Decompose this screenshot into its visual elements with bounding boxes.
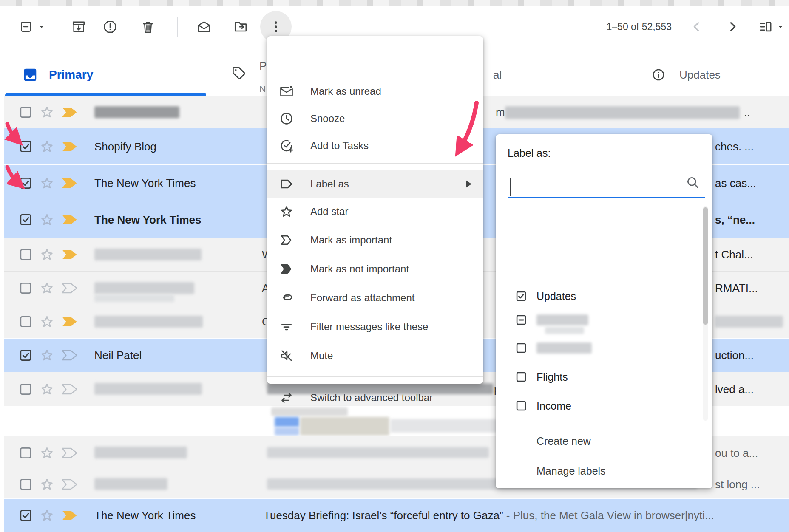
delete-icon[interactable] — [140, 19, 156, 35]
menu-item-mark-as-important[interactable]: Mark as important — [267, 226, 483, 254]
menu-item-filter-messages-like-these[interactable]: Filter messages like these — [267, 313, 483, 340]
create-new-label-button[interactable]: Create new — [536, 435, 591, 447]
row-checkbox-checked[interactable] — [19, 139, 33, 153]
star-icon[interactable] — [39, 105, 55, 120]
menu-item-mute[interactable]: Mute — [267, 342, 483, 369]
menu-item-mark-as-not-important[interactable]: Mark as not important — [267, 255, 483, 283]
page-decoration — [0, 0, 789, 6]
mark-read-icon[interactable] — [196, 19, 212, 35]
tab-promotions-partial[interactable]: P — [259, 59, 267, 73]
row-checkbox[interactable] — [19, 477, 33, 491]
label-search-input[interactable] — [508, 175, 678, 195]
more-vert-icon[interactable] — [268, 19, 284, 35]
star-icon[interactable] — [39, 445, 55, 461]
star-icon[interactable] — [39, 280, 55, 296]
not-important-marker-icon[interactable] — [61, 349, 78, 361]
select-checkbox-icon[interactable] — [18, 19, 34, 35]
row-checkbox[interactable] — [19, 446, 33, 460]
tab-primary[interactable]: Primary — [49, 68, 93, 82]
star-icon — [279, 204, 294, 219]
menu-item-mark-as-unread[interactable]: Mark as unread — [267, 78, 483, 105]
important-icon — [279, 232, 294, 248]
star-icon[interactable] — [39, 212, 55, 227]
row-checkbox-checked[interactable] — [19, 212, 33, 226]
email-row[interactable]: The New York TimesTuesday Briefing: Isra… — [4, 498, 789, 532]
not-important-marker-icon[interactable] — [61, 282, 78, 294]
label-option[interactable] — [496, 308, 700, 332]
manage-labels-button[interactable]: Manage labels — [536, 465, 606, 477]
row-checkbox-checked[interactable] — [19, 176, 33, 190]
redacted-content — [300, 417, 389, 436]
star-icon[interactable] — [39, 175, 55, 191]
importance-marker-icon[interactable] — [61, 316, 78, 328]
importance-marker-icon[interactable] — [61, 509, 78, 521]
tab-updates[interactable]: Updates — [679, 68, 721, 82]
label-option[interactable] — [496, 336, 700, 360]
search-underline — [508, 197, 705, 198]
label-option-flights[interactable]: Flights — [496, 365, 700, 389]
star-icon[interactable] — [39, 381, 55, 397]
menu-item-switch-to-advanced-toolbar[interactable]: Switch to advanced toolbar — [267, 384, 483, 411]
row-checkbox[interactable] — [19, 281, 33, 295]
menu-item-label-as[interactable]: Label as — [267, 170, 483, 198]
not-important-marker-icon[interactable] — [61, 478, 78, 490]
snippet-text: st long ... — [715, 478, 760, 491]
snippet-text: ou to a... — [715, 446, 758, 459]
chevron-left-icon[interactable] — [689, 19, 705, 35]
label-checkbox-checked[interactable] — [515, 290, 527, 302]
move-to-icon[interactable] — [233, 19, 249, 35]
sender-name: Shopify Blog — [94, 140, 156, 153]
menu-item-snooze[interactable]: Snooze — [267, 105, 483, 132]
select-dropdown-caret-icon[interactable] — [36, 19, 48, 35]
row-checkbox[interactable] — [19, 105, 33, 119]
importance-marker-icon[interactable] — [61, 249, 78, 260]
chevron-right-icon[interactable] — [724, 19, 741, 35]
star-icon[interactable] — [39, 348, 55, 363]
label-name: Updates — [536, 290, 576, 303]
pagination-status: 1–50 of 52,553 — [578, 21, 672, 33]
star-icon[interactable] — [39, 476, 55, 492]
not-important-marker-icon[interactable] — [61, 447, 78, 459]
importance-marker-icon[interactable] — [61, 106, 78, 118]
report-spam-icon[interactable] — [102, 19, 118, 35]
snippet-text: RMATI... — [715, 282, 758, 295]
importance-marker-icon[interactable] — [61, 214, 78, 226]
redacted-content — [94, 447, 187, 458]
menu-item-forward-as-attachment[interactable]: Forward as attachment — [267, 284, 483, 311]
label-checkbox-unchecked[interactable] — [515, 342, 527, 354]
attachment-icon — [279, 290, 294, 306]
star-icon[interactable] — [39, 314, 55, 330]
star-icon[interactable] — [39, 139, 55, 154]
importance-marker-icon[interactable] — [61, 177, 78, 189]
label-list-scrollbar-thumb[interactable] — [703, 207, 708, 325]
star-icon[interactable] — [39, 247, 55, 263]
star-icon[interactable] — [39, 508, 55, 524]
tag-icon[interactable] — [231, 65, 247, 81]
importance-marker-icon[interactable] — [61, 141, 78, 153]
archive-icon[interactable] — [71, 19, 87, 35]
label-checkbox-indeterminate[interactable] — [515, 314, 527, 326]
label-checkbox-unchecked[interactable] — [515, 400, 527, 412]
redacted-content — [505, 106, 740, 119]
redacted-content — [390, 419, 497, 433]
add-to-tasks-icon — [279, 138, 294, 153]
not-important-marker-icon[interactable] — [61, 383, 78, 395]
menu-item-add-to-tasks[interactable]: Add to Tasks — [267, 132, 483, 159]
split-view-caret-icon[interactable] — [775, 19, 786, 35]
filter-icon — [279, 319, 294, 334]
label-checkbox-unchecked[interactable] — [515, 371, 527, 383]
row-checkbox[interactable] — [19, 248, 33, 262]
menu-item-label: Forward as attachment — [310, 292, 414, 304]
menu-item-add-star[interactable]: Add star — [267, 198, 483, 225]
row-checkbox[interactable] — [19, 315, 33, 329]
label-option-income[interactable]: Income — [496, 394, 700, 418]
inbox-icon — [22, 67, 38, 83]
split-view-icon[interactable] — [758, 19, 774, 35]
row-checkbox[interactable] — [19, 382, 33, 396]
snippet-text: t Chal... — [715, 248, 753, 261]
tab-social-partial[interactable]: al — [493, 68, 502, 82]
row-checkbox-checked[interactable] — [19, 348, 33, 362]
label-option-updates[interactable]: Updates — [496, 284, 700, 308]
label-popup-title: Label as: — [508, 147, 551, 159]
row-checkbox-checked[interactable] — [19, 509, 33, 523]
